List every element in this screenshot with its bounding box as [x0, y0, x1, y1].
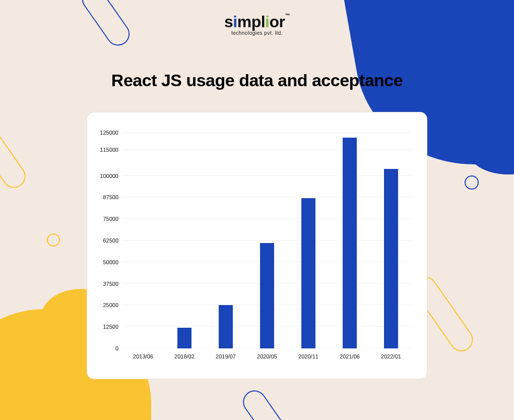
- brand-tm: ™: [285, 13, 290, 18]
- chart-x-tick-label: 2020/05: [246, 353, 288, 359]
- chart-y-tick-label: 125000: [100, 130, 118, 136]
- chart-y-tick-label: 115000: [100, 147, 118, 153]
- chart-bar: [260, 243, 274, 348]
- chart-y-tick-label: 50000: [103, 259, 118, 265]
- chart-y-tick-label: 87500: [103, 194, 118, 200]
- chart-y-tick-label: 62500: [103, 237, 118, 244]
- chart-bars: 2013/062018/022019/072020/052020/112021/…: [122, 133, 412, 348]
- chart-bar: [301, 198, 315, 348]
- brand-dot-blue-icon: i: [233, 13, 237, 31]
- chart-x-tick-label: 2018/02: [164, 353, 205, 359]
- chart-bar: [219, 305, 233, 348]
- chart-bar: [384, 169, 398, 348]
- brand-name-post: or: [269, 13, 285, 31]
- chart-y-tick-label: 37500: [103, 281, 118, 287]
- chart-bar-column: 2022/01: [370, 133, 412, 348]
- decor-pill-yellow-left: [0, 113, 30, 192]
- chart-bar: [177, 328, 191, 348]
- brand-name-mid: mpl: [237, 13, 265, 31]
- chart-x-tick-label: 2022/01: [370, 353, 412, 359]
- chart-bar-column: 2013/06: [122, 133, 164, 348]
- decor-circle-blue: [465, 175, 479, 190]
- chart-y-tick-label: 25000: [103, 302, 118, 308]
- chart-bar-column: 2019/07: [205, 133, 246, 348]
- chart-x-tick-label: 2013/06: [122, 353, 164, 359]
- chart-y-tick-label: 12500: [103, 324, 118, 330]
- decor-pill-blue-bottom: [238, 386, 301, 420]
- chart-y-tick-label: 100000: [100, 173, 118, 179]
- chart-bar-column: 2018/02: [164, 133, 205, 348]
- chart-card: 0125002500037500500006250075000875001000…: [87, 112, 427, 379]
- chart-x-tick-label: 2020/11: [288, 353, 329, 359]
- brand-name-pre: s: [224, 13, 233, 31]
- chart-bar: [343, 138, 357, 348]
- brand-logo: simplior™ technologies pvt. ltd.: [0, 13, 514, 36]
- chart-bar-column: 2020/05: [246, 133, 288, 348]
- brand-subtitle: technologies pvt. ltd.: [0, 30, 514, 36]
- chart-y-tick-label: 0: [115, 345, 118, 351]
- chart-plot-area: 0125002500037500500006250075000875001000…: [122, 133, 412, 348]
- chart-x-tick-label: 2019/07: [205, 353, 246, 359]
- chart-bar-column: 2021/06: [329, 133, 370, 348]
- chart-bar-column: 2020/11: [288, 133, 329, 348]
- chart-x-tick-label: 2021/06: [329, 353, 370, 359]
- chart-y-tick-label: 75000: [103, 216, 118, 222]
- page-title: React JS usage data and acceptance: [0, 71, 514, 90]
- decor-circle-yellow: [47, 233, 60, 247]
